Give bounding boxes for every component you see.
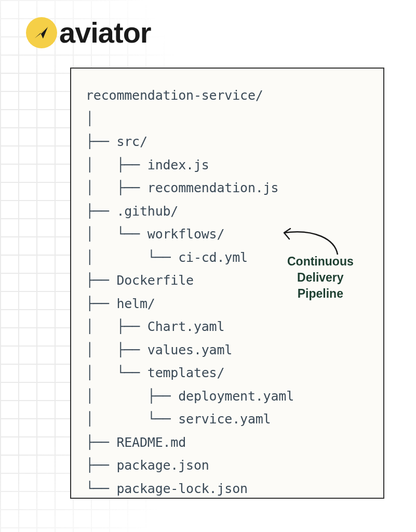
brand-logo: aviator (26, 16, 151, 49)
annotation-line: Pipeline (287, 286, 354, 302)
logo-badge-icon (26, 17, 57, 48)
brand-name: aviator (59, 16, 151, 49)
annotation-line: Delivery (287, 270, 354, 286)
airplane-icon (33, 24, 50, 42)
annotation-label: Continuous Delivery Pipeline (287, 254, 354, 302)
annotation-line: Continuous (287, 254, 354, 270)
